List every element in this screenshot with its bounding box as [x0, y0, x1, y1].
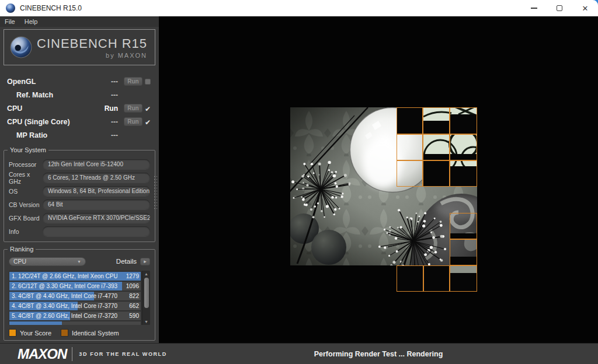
ranking-title: Ranking: [8, 246, 36, 253]
field-info: Info: [9, 225, 150, 238]
cinema4d-logo-icon: [10, 36, 32, 58]
cpu-single-score: ---: [95, 118, 118, 126]
window-title: CINEBENCH R15.0: [20, 4, 82, 12]
panel-splitter-grip[interactable]: [154, 175, 157, 211]
maximize-icon: [557, 5, 562, 11]
minimize-button[interactable]: [521, 0, 547, 16]
render-preview: [290, 107, 477, 292]
ranking-row-6-partial[interactable]: [9, 321, 141, 325]
opengl-label: OpenGL: [7, 78, 95, 86]
test-section: OpenGL --- Run Ref. Match --- CPU Run Ru…: [0, 75, 159, 142]
info-field[interactable]: [43, 226, 150, 236]
mp-ratio-score: ---: [95, 131, 118, 139]
ranking-row-1[interactable]: 1. 12C/24T @ 2.66 GHz, Intel Xeon CPU X5…: [9, 272, 141, 281]
app-icon: [6, 4, 15, 13]
cpu-run-button[interactable]: Run: [124, 104, 142, 113]
scrollbar-thumb[interactable]: [144, 278, 149, 308]
ref-match-label: Ref. Match: [7, 91, 95, 99]
cb-version-field[interactable]: 64 Bit: [43, 200, 150, 209]
close-button[interactable]: ✕: [572, 0, 598, 16]
field-os: OS Windows 8, 64 Bit, Professional Editi…: [9, 184, 150, 198]
app-logo-subtitle: by MAXON: [106, 52, 147, 59]
os-field[interactable]: Windows 8, 64 Bit, Professional Edition …: [43, 186, 150, 196]
app-logo-title: CINEBENCH R15: [37, 36, 147, 51]
gfx-board-field[interactable]: NVIDIA GeForce RTX 3070/PCIe/SSE2: [43, 213, 150, 223]
your-system-group: Your System Processor 12th Gen Intel Cor…: [4, 150, 155, 242]
field-cb-version: CB Version 64 Bit: [9, 198, 150, 211]
scroll-up-icon[interactable]: ▲: [144, 271, 148, 277]
ranking-filter-value: CPU: [13, 258, 26, 265]
title-bar: CINEBENCH R15.0 ✕: [0, 0, 598, 16]
cpu-checkbox-checked[interactable]: ✔: [145, 105, 151, 113]
chevron-down-icon: ▼: [77, 260, 81, 264]
cores-field[interactable]: 6 Cores, 12 Threads @ 2.50 GHz: [43, 173, 150, 183]
cpu-single-run-button[interactable]: Run: [124, 117, 142, 126]
cpu-single-checkbox-checked[interactable]: ✔: [145, 118, 151, 127]
ranking-filter-dropdown[interactable]: CPU ▼: [9, 257, 86, 266]
menu-help[interactable]: Help: [25, 18, 38, 25]
maxon-logo: MAXON: [18, 346, 67, 362]
cpu-single-label: CPU (Single Core): [7, 118, 95, 126]
scroll-down-icon[interactable]: ▼: [144, 318, 148, 325]
close-icon: ✕: [582, 4, 589, 13]
ranking-list: 1. 12C/24T @ 2.66 GHz, Intel Xeon CPU X5…: [9, 271, 150, 325]
ranking-scrollbar[interactable]: ▲ ▼: [142, 271, 150, 325]
arrow-right-icon: ▸: [144, 258, 147, 264]
cinebench-window: CINEBENCH R15.0 ✕: [0, 0, 598, 364]
ranking-row-4[interactable]: 4. 4C/8T @ 3.40 GHz, Intel Core i7-3770 …: [9, 302, 141, 310]
identical-system-swatch: [61, 329, 68, 337]
cpu-label: CPU: [7, 104, 95, 113]
details-button[interactable]: ▸: [140, 258, 150, 265]
maximize-button[interactable]: [547, 0, 572, 16]
mp-ratio-label: MP Ratio: [7, 131, 95, 139]
your-system-title: Your System: [8, 146, 48, 153]
menu-file[interactable]: File: [5, 18, 15, 25]
identical-system-label: Identical System: [72, 330, 119, 337]
minimize-icon: [531, 8, 537, 8]
opengl-checkbox[interactable]: [145, 79, 151, 85]
opengl-run-button[interactable]: Run: [124, 77, 142, 86]
test-row-cpu-single: CPU (Single Core) --- Run ✔: [7, 115, 153, 128]
menu-bar: File Help: [0, 16, 159, 27]
ranking-group: Ranking CPU ▼ Details ▸ 1. 12C/24T @ 2.6…: [4, 249, 155, 341]
cpu-score: Run: [95, 104, 118, 113]
ranking-legend: Your Score Identical System: [9, 329, 150, 337]
test-row-cpu: CPU Run Run ✔: [7, 102, 153, 115]
brand-divider: [72, 347, 72, 361]
your-score-swatch: [9, 329, 16, 337]
details-label: Details: [116, 258, 137, 265]
ranking-row-2[interactable]: 2. 6C/12T @ 3.30 GHz, Intel Core i7-3930…: [9, 282, 141, 290]
score-bar: [9, 321, 62, 325]
render-viewport: [159, 16, 598, 343]
processor-field[interactable]: 12th Gen Intel Core i5-12400: [43, 159, 150, 169]
ref-match-score: ---: [95, 91, 118, 99]
render-status-text: Performing Render Test ... Rendering: [314, 350, 443, 358]
your-score-label: Your Score: [20, 330, 51, 337]
test-row-ref-match: Ref. Match ---: [7, 88, 153, 102]
ranking-row-5[interactable]: 5. 4C/8T @ 2.60 GHz, Intel Core i7-3720Q…: [9, 312, 141, 320]
ranking-row-3[interactable]: 3. 4C/8T @ 4.40 GHz, Intel Core i7-4770K…: [9, 292, 141, 300]
test-row-opengl: OpenGL --- Run: [7, 75, 153, 88]
logo-box: CINEBENCH R15 by MAXON: [4, 29, 155, 65]
field-cores: Cores x GHz 6 Cores, 12 Threads @ 2.50 G…: [9, 171, 150, 184]
opengl-score: ---: [95, 78, 118, 86]
test-row-mp-ratio: MP Ratio ---: [7, 128, 153, 142]
field-gfx-board: GFX Board NVIDIA GeForce RTX 3070/PCIe/S…: [9, 211, 150, 225]
brand-tagline: 3D FOR THE REAL WORLD: [79, 351, 166, 357]
status-bar: MAXON 3D FOR THE REAL WORLD Performing R…: [0, 343, 598, 364]
field-processor: Processor 12th Gen Intel Core i5-12400: [9, 158, 150, 171]
control-panel: File Help CINEBENCH R15 by MAXON: [0, 16, 159, 343]
